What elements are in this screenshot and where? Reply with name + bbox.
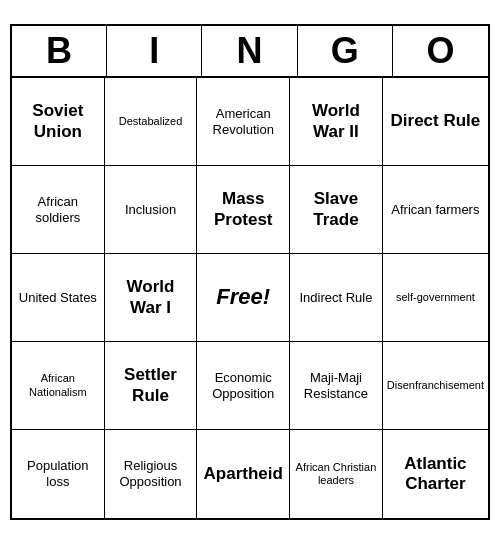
header-letter-G: G xyxy=(298,26,393,76)
cell-text-18: Maji-Maji Resistance xyxy=(294,370,378,401)
cell-text-2: American Revolution xyxy=(201,106,285,137)
cell-text-1: Destabalized xyxy=(119,115,183,128)
cell-text-8: Slave Trade xyxy=(294,189,378,230)
cell-text-19: Disenfranchisement xyxy=(387,379,484,392)
cell-text-0: Soviet Union xyxy=(16,101,100,142)
bingo-cell-13: Indirect Rule xyxy=(290,254,383,342)
cell-text-23: African Christian leaders xyxy=(294,461,378,487)
cell-text-15: African Nationalism xyxy=(16,372,100,398)
bingo-cell-10: United States xyxy=(12,254,105,342)
bingo-cell-3: World War II xyxy=(290,78,383,166)
cell-text-24: Atlantic Charter xyxy=(387,454,484,495)
bingo-header: BINGO xyxy=(12,26,488,78)
bingo-cell-6: Inclusion xyxy=(105,166,198,254)
bingo-cell-19: Disenfranchisement xyxy=(383,342,488,430)
bingo-cell-16: Settler Rule xyxy=(105,342,198,430)
bingo-cell-1: Destabalized xyxy=(105,78,198,166)
bingo-cell-7: Mass Protest xyxy=(197,166,290,254)
header-letter-I: I xyxy=(107,26,202,76)
cell-text-3: World War II xyxy=(294,101,378,142)
header-letter-O: O xyxy=(393,26,488,76)
bingo-grid: Soviet UnionDestabalizedAmerican Revolut… xyxy=(12,78,488,518)
bingo-cell-23: African Christian leaders xyxy=(290,430,383,518)
cell-text-22: Apartheid xyxy=(204,464,283,484)
cell-text-20: Population loss xyxy=(16,458,100,489)
cell-text-9: African farmers xyxy=(391,202,479,218)
header-letter-N: N xyxy=(202,26,297,76)
bingo-cell-8: Slave Trade xyxy=(290,166,383,254)
bingo-cell-5: African soldiers xyxy=(12,166,105,254)
cell-text-12: Free! xyxy=(216,284,270,310)
cell-text-14: self-government xyxy=(396,291,475,304)
bingo-cell-4: Direct Rule xyxy=(383,78,488,166)
cell-text-11: World War I xyxy=(109,277,193,318)
bingo-cell-0: Soviet Union xyxy=(12,78,105,166)
header-letter-B: B xyxy=(12,26,107,76)
bingo-cell-20: Population loss xyxy=(12,430,105,518)
bingo-cell-22: Apartheid xyxy=(197,430,290,518)
cell-text-21: Religious Opposition xyxy=(109,458,193,489)
cell-text-5: African soldiers xyxy=(16,194,100,225)
cell-text-17: Economic Opposition xyxy=(201,370,285,401)
cell-text-4: Direct Rule xyxy=(391,111,481,131)
bingo-cell-21: Religious Opposition xyxy=(105,430,198,518)
bingo-cell-15: African Nationalism xyxy=(12,342,105,430)
bingo-card: BINGO Soviet UnionDestabalizedAmerican R… xyxy=(10,24,490,520)
bingo-cell-12: Free! xyxy=(197,254,290,342)
bingo-cell-18: Maji-Maji Resistance xyxy=(290,342,383,430)
bingo-cell-17: Economic Opposition xyxy=(197,342,290,430)
cell-text-6: Inclusion xyxy=(125,202,176,218)
bingo-cell-11: World War I xyxy=(105,254,198,342)
bingo-cell-2: American Revolution xyxy=(197,78,290,166)
cell-text-16: Settler Rule xyxy=(109,365,193,406)
cell-text-10: United States xyxy=(19,290,97,306)
bingo-cell-24: Atlantic Charter xyxy=(383,430,488,518)
bingo-cell-9: African farmers xyxy=(383,166,488,254)
bingo-cell-14: self-government xyxy=(383,254,488,342)
cell-text-13: Indirect Rule xyxy=(299,290,372,306)
cell-text-7: Mass Protest xyxy=(201,189,285,230)
